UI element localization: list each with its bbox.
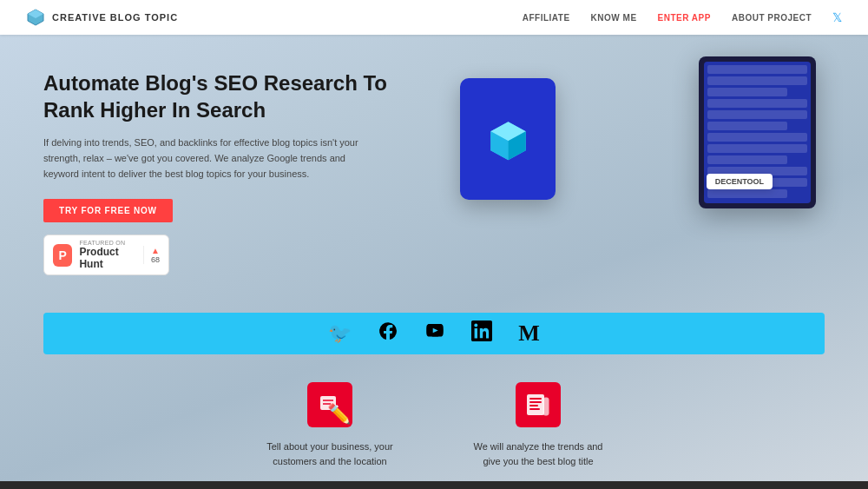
- navbar: CREATIVE BLOG TOPIC AFFILIATE KNOW ME EN…: [0, 0, 868, 35]
- mock-row-5: [707, 110, 807, 119]
- product-hunt-text: FEATURED ON Product Hunt: [79, 240, 136, 270]
- social-bar: 🐦 M: [43, 313, 825, 354]
- ph-votes: ▲ 68: [143, 246, 160, 264]
- cube-icon: [484, 116, 532, 163]
- brand-name: CREATIVE BLOG TOPIC: [52, 12, 178, 23]
- hero-section: Automate Blog's SEO Research To Rank Hig…: [0, 35, 868, 313]
- ph-name-label: Product Hunt: [79, 246, 136, 270]
- nav-about-project[interactable]: ABOUT PROJECT: [732, 13, 812, 23]
- logo-icon: [26, 8, 45, 27]
- feature-icon-news-wrap: [514, 380, 562, 429]
- mock-row-12: [707, 189, 787, 198]
- facebook-icon[interactable]: [378, 320, 398, 347]
- svg-rect-11: [529, 401, 542, 403]
- news-icon: [516, 382, 561, 427]
- mock-row-4: [707, 99, 807, 108]
- twitter-nav-icon[interactable]: 𝕏: [832, 10, 842, 24]
- ph-arrow-icon: ▲: [151, 246, 160, 255]
- edit-icon: [307, 382, 352, 427]
- feature-item-2: We will analyze the trends and give you …: [469, 380, 608, 468]
- product-hunt-icon: P: [53, 244, 72, 267]
- mock-row-3: [707, 88, 787, 96]
- edit-svg: [318, 393, 342, 417]
- try-free-button[interactable]: TRY FOR FREE NOW: [43, 199, 173, 222]
- navbar-brand-area: CREATIVE BLOG TOPIC: [26, 8, 178, 27]
- mock-row-8: [707, 144, 807, 153]
- mock-row-1: [707, 65, 807, 74]
- svg-rect-12: [529, 405, 538, 406]
- product-hunt-badge[interactable]: P FEATURED ON Product Hunt ▲ 68: [43, 235, 169, 275]
- linkedin-icon[interactable]: [471, 320, 492, 347]
- hero-description: If delving into trends, SEO, and backlin…: [43, 135, 373, 182]
- mock-row-6: [707, 122, 787, 130]
- hero-left: Automate Blog's SEO Research To Rank Hig…: [43, 61, 434, 295]
- nav-know-me[interactable]: KNOW ME: [591, 13, 637, 23]
- feature-item-1: Tell about your business, your customers…: [260, 380, 399, 468]
- feature-text-2: We will analyze the trends and give you …: [469, 439, 608, 468]
- hero-title: Automate Blog's SEO Research To Rank Hig…: [43, 69, 434, 123]
- decentool-badge: DECENTOOL: [707, 174, 773, 189]
- navbar-links: AFFILIATE KNOW ME ENTER APP ABOUT PROJEC…: [523, 10, 842, 24]
- ph-vote-count: 68: [151, 255, 160, 264]
- svg-rect-14: [543, 398, 549, 415]
- decentool-label: DECENTOOL: [715, 177, 764, 186]
- twitter-icon[interactable]: 🐦: [328, 322, 352, 345]
- hero-right: DECENTOOL: [434, 61, 825, 295]
- news-svg: [524, 391, 552, 419]
- youtube-icon[interactable]: [424, 320, 445, 347]
- medium-icon[interactable]: M: [518, 320, 540, 347]
- nav-affiliate[interactable]: AFFILIATE: [523, 13, 570, 23]
- feature-icon-edit-wrap: [306, 380, 354, 429]
- mock-row-9: [707, 155, 787, 164]
- phone-mockup: [460, 78, 556, 200]
- mock-row-7: [707, 133, 807, 142]
- feature-text-1: Tell about your business, your customers…: [260, 439, 399, 468]
- nav-enter-app[interactable]: ENTER APP: [658, 13, 711, 23]
- svg-rect-13: [529, 408, 540, 410]
- svg-rect-6: [320, 396, 336, 410]
- ph-featured-label: FEATURED ON: [79, 240, 136, 246]
- watch-section: WATCH H W TO USE: [0, 481, 868, 489]
- svg-rect-10: [529, 398, 542, 400]
- features-section: Tell about your business, your customers…: [0, 354, 868, 481]
- mock-row-2: [707, 76, 807, 85]
